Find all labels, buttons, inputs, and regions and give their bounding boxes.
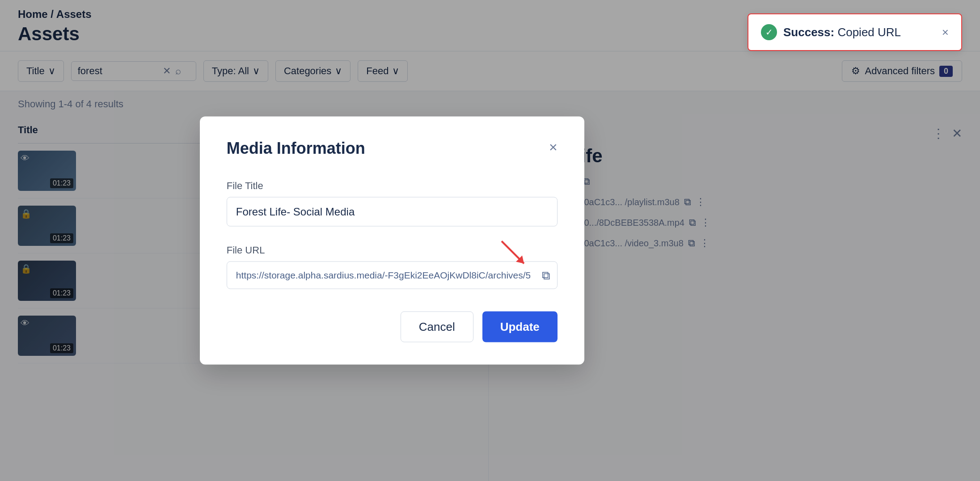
media-information-modal: Media Information × File Title File URL …	[200, 117, 584, 365]
update-button[interactable]: Update	[482, 312, 558, 342]
file-url-input[interactable]	[227, 262, 558, 289]
modal-close-button[interactable]: ×	[549, 139, 558, 156]
toast-label-bold: Success:	[783, 25, 834, 39]
file-url-label: File URL	[227, 245, 558, 256]
cancel-button[interactable]: Cancel	[401, 312, 473, 342]
file-url-wrapper: ⧉	[227, 262, 558, 289]
modal-footer: Cancel Update	[227, 312, 558, 342]
toast-close-button[interactable]: ×	[942, 25, 949, 39]
toast-text: Success: Copied URL	[783, 25, 901, 39]
file-title-input[interactable]	[227, 197, 558, 227]
toast-label-text: Copied URL	[837, 25, 901, 39]
success-check-icon: ✓	[761, 24, 777, 40]
modal-header: Media Information ×	[227, 139, 558, 158]
modal-title: Media Information	[227, 139, 365, 158]
success-toast: ✓ Success: Copied URL ×	[748, 13, 962, 51]
file-title-label: File Title	[227, 180, 558, 192]
copy-url-button[interactable]: ⧉	[542, 268, 550, 282]
